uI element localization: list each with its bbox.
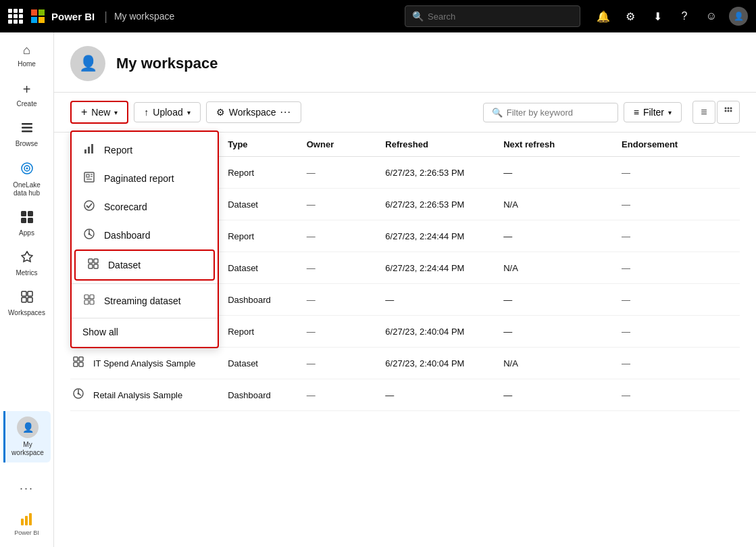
row-name-label: IT Spend Analysis Sample (93, 358, 196, 368)
sidebar-label-onelake: OneLakedata hub (13, 181, 41, 197)
dropdown-item-dashboard[interactable]: Dashboard (72, 221, 218, 249)
sidebar-item-more[interactable]: ··· (3, 476, 51, 501)
new-button[interactable]: + New ▾ (70, 101, 128, 124)
table-row[interactable]: Retail Analysis Sample Dashboard — — — — (70, 379, 740, 411)
row-endorsement: — (622, 327, 740, 337)
create-icon: + (23, 82, 31, 97)
help-icon[interactable]: ? (675, 7, 694, 26)
row-refreshed: 6/27/23, 2:24:44 PM (385, 263, 503, 273)
settings-icon[interactable]: ⚙ (621, 7, 640, 26)
row-endorsement: — (622, 358, 740, 368)
workspaces-icon (21, 291, 33, 306)
row-type: Dataset (228, 358, 307, 368)
workspace-more-icon: ··· (280, 106, 291, 118)
svg-rect-16 (29, 513, 32, 525)
workspace-button[interactable]: ⚙ Workspace ··· (206, 101, 301, 123)
sidebar-item-metrics[interactable]: Metrics (3, 245, 51, 283)
view-buttons: ≡ (692, 101, 740, 124)
powerbi-label: Power BI (14, 529, 39, 536)
svg-rect-37 (94, 264, 98, 268)
row-refreshed: — (385, 390, 503, 400)
dropdown-item-paginated[interactable]: Paginated report (72, 164, 218, 193)
sidebar-item-home[interactable]: ⌂ Home (3, 38, 51, 74)
svg-rect-25 (91, 144, 93, 153)
row-endorsement: — (622, 199, 740, 210)
new-dropdown-menu: Report Paginated report (70, 130, 219, 348)
row-type: Report (228, 168, 307, 178)
svg-rect-1 (22, 127, 32, 129)
row-refreshed: 6/27/23, 2:26:53 PM (385, 199, 503, 210)
dropdown-item-streaming[interactable]: Streaming dataset (72, 287, 218, 315)
sidebar-item-my-workspace[interactable]: 👤 Myworkspace (3, 411, 51, 462)
dropdown-streaming-label: Streaming dataset (104, 295, 181, 306)
show-all-label: Show all (82, 327, 118, 337)
sidebar-label-apps: Apps (19, 229, 34, 237)
sidebar-item-onelake[interactable]: OneLakedata hub (3, 156, 51, 203)
sidebar-item-apps[interactable]: Apps (3, 206, 51, 243)
sidebar-label-home: Home (18, 60, 36, 68)
svg-rect-15 (25, 516, 28, 525)
apps-grid-icon[interactable] (8, 9, 23, 24)
powerbi-logo-icon (18, 512, 34, 528)
upload-button[interactable]: ↑ Upload ▾ (134, 102, 200, 122)
dropdown-scorecard-label: Scorecard (104, 201, 147, 212)
dropdown-item-report[interactable]: Report (72, 136, 218, 164)
svg-point-20 (725, 110, 727, 112)
notifications-icon[interactable]: 🔔 (594, 7, 613, 26)
row-next-refresh: — (503, 231, 622, 241)
browse-icon (21, 122, 33, 137)
scorecard-icon (82, 199, 96, 214)
dropdown-dashboard-label: Dashboard (104, 230, 151, 241)
filter-button[interactable]: ≡ Filter ▾ (624, 102, 682, 122)
dropdown-paginated-label: Paginated report (104, 173, 174, 184)
row-refreshed: 6/27/23, 2:24:44 PM (385, 231, 503, 241)
dropdown-show-all[interactable]: Show all (72, 321, 218, 343)
row-name-label: Retail Analysis Sample (93, 390, 182, 400)
search-input[interactable] (428, 11, 573, 22)
sidebar-item-browse[interactable]: Browse (3, 116, 51, 153)
row-owner: — (307, 295, 386, 305)
sidebar-item-create[interactable]: + Create (3, 76, 51, 114)
filter-input[interactable] (507, 108, 609, 118)
dataset-icon (86, 258, 100, 272)
svg-point-31 (84, 201, 94, 210)
list-view-button[interactable]: ≡ (692, 101, 715, 124)
row-next-refresh: — (503, 168, 622, 178)
filter-input-box[interactable]: 🔍 (483, 103, 618, 122)
microsoft-logo (31, 9, 45, 23)
svg-rect-34 (89, 259, 93, 263)
paginated-report-icon (82, 171, 96, 186)
row-type: Dataset (228, 199, 307, 210)
svg-rect-62 (74, 357, 78, 361)
dropdown-item-scorecard[interactable]: Scorecard (72, 193, 218, 221)
row-refreshed: 6/27/23, 2:26:53 PM (385, 168, 503, 178)
col-header-owner: Owner (307, 139, 386, 149)
onelake-icon (20, 162, 34, 179)
avatar[interactable]: 👤 (729, 7, 748, 26)
row-next-refresh: N/A (503, 199, 622, 210)
col-header-refreshed: Refreshed (385, 139, 503, 149)
topbar: Power BI | My workspace 🔍 🔔 ⚙ ⬇ ? ☺ 👤 (0, 0, 756, 32)
svg-rect-12 (22, 298, 26, 302)
dropdown-divider-2 (72, 318, 218, 318)
search-box[interactable]: 🔍 (405, 5, 580, 27)
download-icon[interactable]: ⬇ (648, 7, 667, 26)
row-owner: — (307, 199, 386, 210)
sidebar: ⌂ Home + Create Browse (0, 32, 54, 547)
svg-point-21 (728, 110, 730, 112)
grid-view-button[interactable] (717, 101, 740, 124)
row-type-icon (70, 356, 86, 371)
svg-rect-24 (88, 147, 90, 153)
table-row[interactable]: IT Spend Analysis Sample Dataset — 6/27/… (70, 348, 740, 379)
sidebar-label-create: Create (16, 100, 36, 108)
upload-chevron-icon: ▾ (187, 109, 191, 116)
sidebar-item-workspaces[interactable]: Workspaces (3, 285, 51, 323)
row-next-refresh: — (503, 327, 622, 337)
svg-point-33 (89, 233, 91, 235)
row-owner: — (307, 390, 386, 400)
feedback-icon[interactable]: ☺ (702, 7, 721, 26)
my-workspace-avatar: 👤 (17, 417, 39, 438)
grid-view-icon (723, 105, 734, 119)
dropdown-item-dataset[interactable]: Dataset (74, 249, 215, 281)
svg-rect-63 (79, 357, 83, 361)
